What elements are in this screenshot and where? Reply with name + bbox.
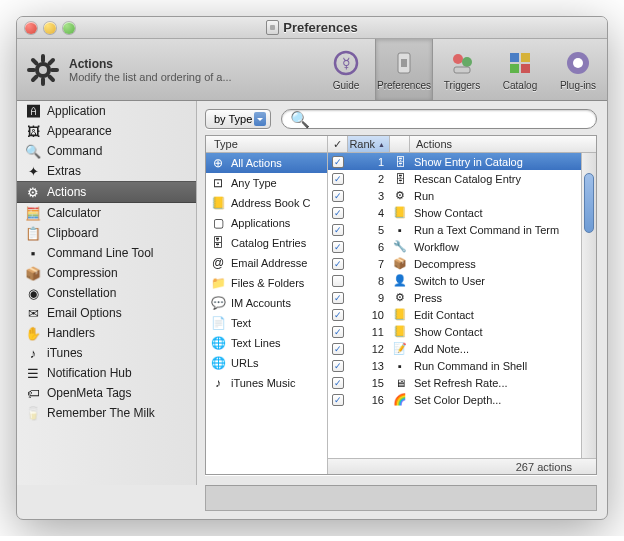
- action-row[interactable]: ✓2🗄Rescan Catalog Entry: [328, 170, 596, 187]
- type-row[interactable]: 💬IM Accounts: [206, 293, 327, 313]
- action-row[interactable]: ✓12📝Add Note...: [328, 340, 596, 357]
- sidebar-item-handlers[interactable]: ✋Handlers: [17, 323, 196, 343]
- titlebar[interactable]: Preferences: [17, 17, 607, 39]
- type-icon: ▢: [210, 215, 226, 231]
- toolbar-guide-button[interactable]: ☿Guide: [317, 39, 375, 100]
- search-input[interactable]: [316, 113, 588, 125]
- bottom-panel: [205, 485, 597, 511]
- type-row[interactable]: ⊡Any Type: [206, 173, 327, 193]
- action-checkbox[interactable]: ✓: [332, 326, 344, 338]
- column-header-check[interactable]: ✓: [328, 136, 348, 152]
- toolbar-label: Plug-ins: [560, 80, 596, 91]
- term-icon: ▪: [25, 245, 41, 261]
- sidebar-item-calculator[interactable]: 🧮Calculator: [17, 203, 196, 223]
- action-checkbox[interactable]: ✓: [332, 360, 344, 372]
- action-checkbox[interactable]: ✓: [332, 309, 344, 321]
- action-label: Show Entry in Catalog: [410, 156, 596, 168]
- sidebar-item-extras[interactable]: ✦Extras: [17, 161, 196, 181]
- toolbar-catalog-button[interactable]: Catalog: [491, 39, 549, 100]
- column-header-actions[interactable]: Actions: [410, 136, 596, 152]
- action-checkbox[interactable]: [332, 275, 344, 287]
- action-checkbox[interactable]: ✓: [332, 207, 344, 219]
- action-row[interactable]: ✓5▪Run a Text Command in Term: [328, 221, 596, 238]
- action-rank: 13: [348, 360, 390, 372]
- toolbar-preferences-button[interactable]: Preferences: [375, 39, 433, 100]
- sidebar-item-command[interactable]: 🔍Command: [17, 141, 196, 161]
- calc-icon: 🧮: [25, 205, 41, 221]
- sidebar-item-remember-the-milk[interactable]: 🥛Remember The Milk: [17, 403, 196, 423]
- gear-icon: ⚙: [25, 184, 41, 200]
- type-row[interactable]: @Email Addresse: [206, 253, 327, 273]
- action-checkbox[interactable]: ✓: [332, 258, 344, 270]
- action-icon: 🌈: [390, 393, 410, 406]
- action-row[interactable]: ✓7📦Decompress: [328, 255, 596, 272]
- action-checkbox[interactable]: ✓: [332, 377, 344, 389]
- sidebar-item-constellation[interactable]: ◉Constellation: [17, 283, 196, 303]
- action-row[interactable]: 8👤Switch to User: [328, 272, 596, 289]
- action-row[interactable]: ✓11📒Show Contact: [328, 323, 596, 340]
- action-checkbox[interactable]: ✓: [332, 394, 344, 406]
- action-row[interactable]: ✓9⚙Press: [328, 289, 596, 306]
- type-row[interactable]: 🌐URLs: [206, 353, 327, 373]
- action-row[interactable]: ✓3⚙Run: [328, 187, 596, 204]
- filter-mode-label: by Type: [214, 113, 252, 125]
- sidebar-item-label: Calculator: [47, 206, 101, 220]
- action-row[interactable]: ✓10📒Edit Contact: [328, 306, 596, 323]
- action-row[interactable]: ✓1🗄Show Entry in Catalog: [328, 153, 596, 170]
- svg-rect-9: [521, 53, 530, 62]
- zoom-icon[interactable]: [63, 22, 75, 34]
- action-row[interactable]: ✓16🌈Set Color Depth...: [328, 391, 596, 408]
- action-checkbox[interactable]: ✓: [332, 241, 344, 253]
- action-checkbox[interactable]: ✓: [332, 343, 344, 355]
- type-row[interactable]: 📄Text: [206, 313, 327, 333]
- sidebar-item-clipboard[interactable]: 📋Clipboard: [17, 223, 196, 243]
- action-icon: 🗄: [390, 156, 410, 168]
- sidebar-item-compression[interactable]: 📦Compression: [17, 263, 196, 283]
- preferences-icon: [266, 20, 279, 35]
- type-row[interactable]: 📁Files & Folders: [206, 273, 327, 293]
- sidebar-item-label: Handlers: [47, 326, 95, 340]
- action-checkbox[interactable]: ✓: [332, 292, 344, 304]
- action-checkbox[interactable]: ✓: [332, 190, 344, 202]
- search-field[interactable]: 🔍: [281, 109, 597, 129]
- type-row[interactable]: 🌐Text Lines: [206, 333, 327, 353]
- window-title: Preferences: [17, 20, 607, 35]
- gear-icon: [27, 54, 59, 86]
- action-row[interactable]: ✓6🔧Workflow: [328, 238, 596, 255]
- scrollbar[interactable]: [581, 153, 596, 458]
- column-header-rank[interactable]: Rank: [348, 136, 390, 152]
- search-icon: 🔍: [25, 143, 41, 159]
- type-row[interactable]: 🗄Catalog Entries: [206, 233, 327, 253]
- type-row[interactable]: ▢Applications: [206, 213, 327, 233]
- svg-point-13: [573, 58, 583, 68]
- type-row[interactable]: ⊕All Actions: [206, 153, 327, 173]
- action-checkbox[interactable]: ✓: [332, 156, 344, 168]
- toolbar-triggers-button[interactable]: Triggers: [433, 39, 491, 100]
- toolbar-plugins-button[interactable]: Plug-ins: [549, 39, 607, 100]
- sidebar-item-application[interactable]: 🅰Application: [17, 101, 196, 121]
- sidebar-item-email-options[interactable]: ✉Email Options: [17, 303, 196, 323]
- sidebar-item-actions[interactable]: ⚙Actions: [17, 181, 196, 203]
- action-checkbox[interactable]: ✓: [332, 173, 344, 185]
- sidebar-item-notification-hub[interactable]: ☰Notification Hub: [17, 363, 196, 383]
- sidebar-item-label: Clipboard: [47, 226, 98, 240]
- filter-mode-dropdown[interactable]: by Type: [205, 109, 271, 129]
- action-label: Switch to User: [410, 275, 596, 287]
- sidebar-item-command-line-tool[interactable]: ▪Command Line Tool: [17, 243, 196, 263]
- column-header-icon[interactable]: [390, 136, 410, 152]
- status-bar: 267 actions: [328, 458, 596, 474]
- action-checkbox[interactable]: ✓: [332, 224, 344, 236]
- sidebar-item-itunes[interactable]: ♪iTunes: [17, 343, 196, 363]
- close-icon[interactable]: [25, 22, 37, 34]
- action-row[interactable]: ✓15🖥Set Refresh Rate...: [328, 374, 596, 391]
- sidebar-item-openmeta-tags[interactable]: 🏷OpenMeta Tags: [17, 383, 196, 403]
- type-row[interactable]: ♪iTunes Music: [206, 373, 327, 393]
- type-row[interactable]: 📒Address Book C: [206, 193, 327, 213]
- action-row[interactable]: ✓4📒Show Contact: [328, 204, 596, 221]
- scrollbar-thumb[interactable]: [584, 173, 594, 233]
- action-row[interactable]: ✓13▪Run Command in Shell: [328, 357, 596, 374]
- column-header-type[interactable]: Type: [206, 136, 327, 153]
- minimize-icon[interactable]: [44, 22, 56, 34]
- sidebar-item-appearance[interactable]: 🖼Appearance: [17, 121, 196, 141]
- guide-icon: ☿: [330, 48, 362, 78]
